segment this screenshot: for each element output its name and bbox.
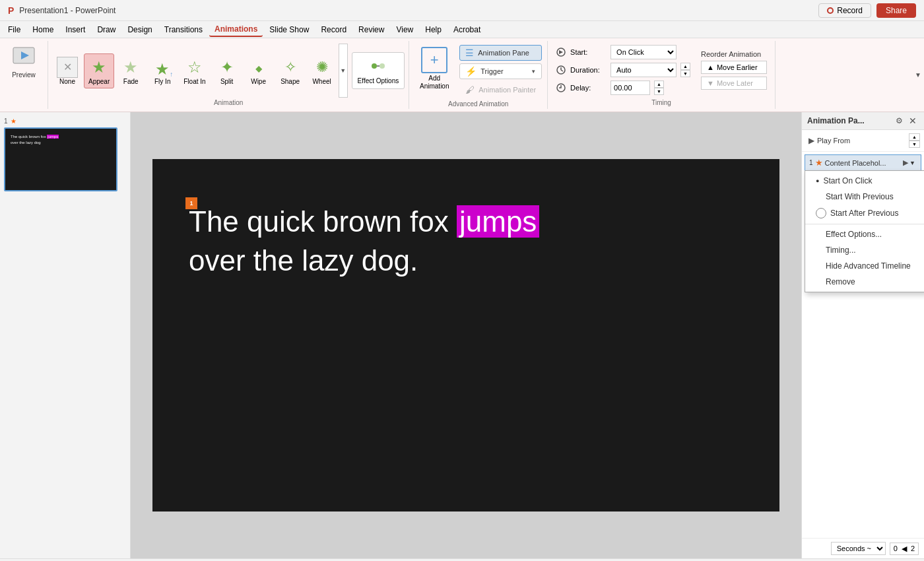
seconds-dropdown[interactable]: Seconds ~: [831, 542, 886, 555]
wheel-animation-button[interactable]: ✺ Wheel: [307, 53, 337, 88]
delay-down-button[interactable]: ▼: [654, 88, 664, 95]
menu-slideshow[interactable]: Slide Show: [264, 23, 314, 36]
move-earlier-icon: ▲: [707, 63, 714, 71]
slide-text-line2: over the lazy dog.: [189, 244, 418, 277]
split-icon: ✦: [216, 57, 238, 78]
move-later-icon: ▼: [707, 79, 714, 87]
jumps-highlighted: jumps: [457, 205, 539, 238]
share-button[interactable]: Share: [876, 3, 916, 18]
timing-group-label: Timing: [556, 99, 767, 106]
start-icon: [556, 47, 566, 57]
menu-remove[interactable]: Remove: [805, 274, 924, 290]
slide-thumb-content: The quick brown fox jumpsover the lazy d…: [11, 134, 111, 146]
animation-list-item[interactable]: 1 ★ Content Placehol... ▶ ▼: [805, 155, 921, 170]
check-icon: ●: [816, 178, 819, 184]
menu-help[interactable]: Help: [420, 23, 447, 36]
pane-settings-button[interactable]: ⚙: [894, 116, 905, 126]
advanced-animation-label: Advanced Animation: [414, 99, 542, 108]
floatin-animation-button[interactable]: ☆ Float In: [179, 53, 210, 88]
menu-home[interactable]: Home: [27, 23, 59, 36]
animation-item-number: 1: [809, 159, 813, 166]
menu-animations[interactable]: Animations: [209, 22, 263, 37]
move-earlier-button[interactable]: ▲ Move Earlier: [701, 61, 767, 74]
shape-animation-button[interactable]: ✧ Shape: [275, 53, 306, 88]
play-from-button[interactable]: ▶ Play From: [806, 135, 853, 147]
delay-label: Delay:: [570, 84, 607, 92]
menu-record[interactable]: Record: [315, 23, 352, 36]
pane-close-button[interactable]: ✕: [907, 116, 919, 126]
menu-start-on-click[interactable]: ● Start On Click: [805, 173, 924, 189]
flyin-animation-button[interactable]: ★ ↑ Fly In: [147, 53, 178, 88]
fade-animation-button[interactable]: ★ Fade: [116, 53, 146, 88]
duration-down-button[interactable]: ▼: [680, 70, 690, 77]
preview-icon: [12, 46, 36, 70]
record-dot-icon: [827, 7, 834, 14]
animation-pane-title: Animation Pa...: [807, 116, 865, 125]
trigger-button[interactable]: ⚡ Trigger ▼: [459, 63, 542, 79]
menu-acrobat[interactable]: Acrobat: [448, 23, 486, 36]
slide-text-line1: The quick brown fox: [189, 205, 449, 238]
trigger-dropdown-icon: ▼: [531, 69, 536, 75]
play-icon: ▶: [808, 136, 814, 145]
menu-hide-advanced-timeline[interactable]: Hide Advanced Timeline: [805, 258, 924, 274]
animation-pane-button[interactable]: ☰ Animation Pane: [459, 45, 542, 61]
menu-view[interactable]: View: [391, 23, 418, 36]
seconds-end: 2: [911, 544, 915, 552]
appear-icon: ★: [88, 57, 110, 78]
animation-number-marker: 1: [185, 197, 197, 209]
menu-transitions[interactable]: Transitions: [159, 23, 208, 36]
menu-review[interactable]: Review: [353, 23, 389, 36]
animation-item-play-icon: ▶: [903, 158, 908, 167]
animation-item-star-icon: ★: [815, 158, 823, 168]
animation-item-dropdown-arrow[interactable]: ▼: [908, 160, 917, 166]
appear-animation-button[interactable]: ★ Appear: [84, 53, 114, 88]
menu-insert[interactable]: Insert: [60, 23, 90, 36]
reorder-label: Reorder Animation: [701, 50, 767, 58]
delay-icon: [556, 82, 566, 93]
split-animation-button[interactable]: ✦ Split: [212, 53, 242, 88]
wipe-animation-button[interactable]: ⬥ Wipe: [244, 53, 274, 88]
wheel-icon: ✺: [312, 57, 333, 78]
effect-options-button[interactable]: Effect Options: [352, 52, 405, 89]
delay-input[interactable]: [610, 81, 650, 95]
shape-icon: ✧: [280, 57, 301, 78]
animation-painter-icon: 🖌: [465, 84, 475, 95]
delay-up-button[interactable]: ▲: [654, 81, 664, 88]
start-label: Start:: [570, 48, 607, 56]
ribbon-collapse-arrow[interactable]: ▼: [912, 71, 924, 79]
duration-select[interactable]: Auto 0.50 1.00 2.00: [610, 63, 676, 77]
slide-thumbnail[interactable]: The quick brown fox jumpsover the lazy d…: [4, 127, 117, 191]
pane-down-button[interactable]: ▼: [909, 141, 920, 148]
animation-item-text: Content Placehol...: [825, 159, 902, 167]
preview-button[interactable]: Preview: [7, 44, 41, 81]
move-later-button[interactable]: ▼ Move Later: [701, 77, 767, 90]
effect-options-icon: [369, 57, 387, 75]
none-animation-button[interactable]: ✕ None: [52, 53, 82, 88]
animation-scroll-arrow[interactable]: ▼: [339, 44, 348, 98]
trigger-icon: ⚡: [465, 66, 477, 77]
menu-file[interactable]: File: [3, 23, 26, 36]
menu-start-after-previous[interactable]: Start After Previous: [805, 205, 924, 222]
slide-text[interactable]: The quick brown fox jumps over the lazy …: [189, 202, 539, 280]
file-name: Presentation1 - PowerPoint: [19, 6, 116, 15]
start-select[interactable]: On Click With Previous After Previous: [610, 45, 676, 59]
menu-start-with-previous[interactable]: Start With Previous: [805, 189, 924, 205]
seconds-separator: ◀: [902, 544, 907, 553]
animation-pane-icon: ☰: [465, 48, 474, 58]
star-indicator: ★: [11, 117, 16, 125]
menu-draw[interactable]: Draw: [92, 23, 121, 36]
duration-up-button[interactable]: ▲: [680, 63, 690, 70]
add-animation-button[interactable]: + Add Animation: [414, 44, 454, 98]
slide-canvas: 1 The quick brown fox jumps over the laz…: [152, 159, 779, 512]
wipe-icon: ⬥: [248, 57, 269, 78]
menu-timing[interactable]: Timing...: [805, 242, 924, 258]
seconds-start: 0: [894, 544, 898, 552]
svg-line-8: [561, 70, 563, 71]
fade-icon: ★: [120, 57, 141, 78]
animation-painter-button[interactable]: 🖌 Animation Painter: [459, 82, 542, 98]
circle-icon: [816, 208, 826, 218]
record-button[interactable]: Record: [818, 3, 871, 18]
menu-effect-options[interactable]: Effect Options...: [805, 226, 924, 242]
pane-up-button[interactable]: ▲: [909, 133, 920, 141]
menu-design[interactable]: Design: [122, 23, 157, 36]
